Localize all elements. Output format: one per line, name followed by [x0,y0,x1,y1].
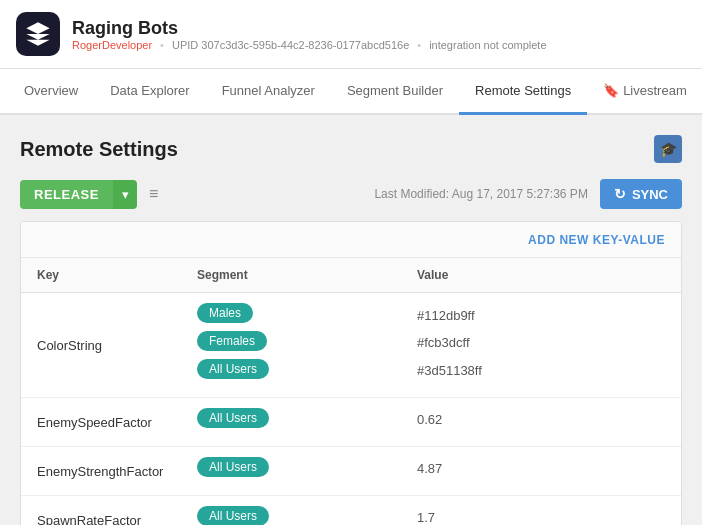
tab-segment-builder[interactable]: Segment Builder [331,69,459,115]
value-cell: 4.87 [401,447,681,496]
key-cell: EnemySpeedFactor [21,398,181,447]
last-modified-text: Last Modified: Aug 17, 2017 5:27:36 PM [374,187,587,201]
bookmark-icon-livestream: 🔖 [603,83,619,98]
segment-tag: All Users [197,408,269,428]
add-key-value-button[interactable]: ADD NEW KEY-VALUE [528,233,665,247]
sync-icon: ↻ [614,186,626,202]
settings-table: Key Segment Value ColorStringMalesFemale… [21,258,681,525]
value-text: #112db9ff [417,304,665,331]
col-header-segment: Segment [181,258,401,293]
key-cell: ColorString [21,293,181,398]
col-header-value: Value [401,258,681,293]
segment-cell: MalesFemalesAll Users [181,293,401,398]
table-row: EnemySpeedFactorAll Users0.62 [21,398,681,447]
segment-cell: All Users [181,496,401,526]
value-cell: 0.62 [401,398,681,447]
value-text: 1.7 [417,506,665,525]
app-name: Raging Bots [72,18,547,39]
toolbar: RELEASE ▾ ≡ Last Modified: Aug 17, 2017 … [20,179,682,209]
table-row: ColorStringMalesFemalesAll Users#112db9f… [21,293,681,398]
segment-tag: Females [197,331,267,351]
developer-link[interactable]: RogerDeveloper [72,39,152,51]
value-text: 0.62 [417,408,665,435]
release-dropdown-button[interactable]: ▾ [113,180,137,209]
key-cell: SpawnRateFactor [21,496,181,526]
value-text: #3d51138ff [417,359,665,386]
tab-overview[interactable]: Overview [8,69,94,115]
segment-cell: All Users [181,447,401,496]
table-row: EnemyStrengthFactorAll Users4.87 [21,447,681,496]
key-cell: EnemyStrengthFactor [21,447,181,496]
table-header-row: Key Segment Value [21,258,681,293]
help-icon[interactable]: 🎓 [654,135,682,163]
page-title: Remote Settings [20,138,178,161]
tab-remote-settings[interactable]: Remote Settings [459,69,587,115]
value-cell: #112db9ff#fcb3dcff#3d51138ff [401,293,681,398]
segment-tag: Males [197,303,253,323]
tab-livestream[interactable]: 🔖 Livestream [587,69,702,115]
table-row: SpawnRateFactorAll Users1.7 [21,496,681,526]
filter-icon: ≡ [149,185,158,202]
sync-button[interactable]: ↻ SYNC [600,179,682,209]
tab-data-explorer[interactable]: Data Explorer [94,69,205,115]
value-cell: 1.7 [401,496,681,526]
segment-cell: All Users [181,398,401,447]
upid-text: UPID 307c3d3c-595b-44c2-8236-0177abcd516… [172,39,409,51]
integration-status: integration not complete [429,39,546,51]
col-header-key: Key [21,258,181,293]
key-value-table-container: ADD NEW KEY-VALUE Key Segment Value Colo… [20,221,682,525]
value-text: #fcb3dcff [417,331,665,358]
segment-tag: All Users [197,457,269,477]
release-button[interactable]: RELEASE [20,180,113,209]
page-header: Remote Settings 🎓 [20,135,682,163]
nav-tabs: Overview Data Explorer Funnel Analyzer S… [0,69,702,115]
app-icon [16,12,60,56]
tab-funnel-analyzer[interactable]: Funnel Analyzer [206,69,331,115]
segment-tag: All Users [197,506,269,525]
add-key-value-row: ADD NEW KEY-VALUE [21,222,681,258]
page-content: Remote Settings 🎓 RELEASE ▾ ≡ Last Modif… [0,115,702,525]
value-text: 4.87 [417,457,665,484]
segment-tag: All Users [197,359,269,379]
app-header: Raging Bots RogerDeveloper • UPID 307c3d… [0,0,702,115]
filter-button[interactable]: ≡ [145,181,162,207]
release-button-group: RELEASE ▾ [20,180,137,209]
